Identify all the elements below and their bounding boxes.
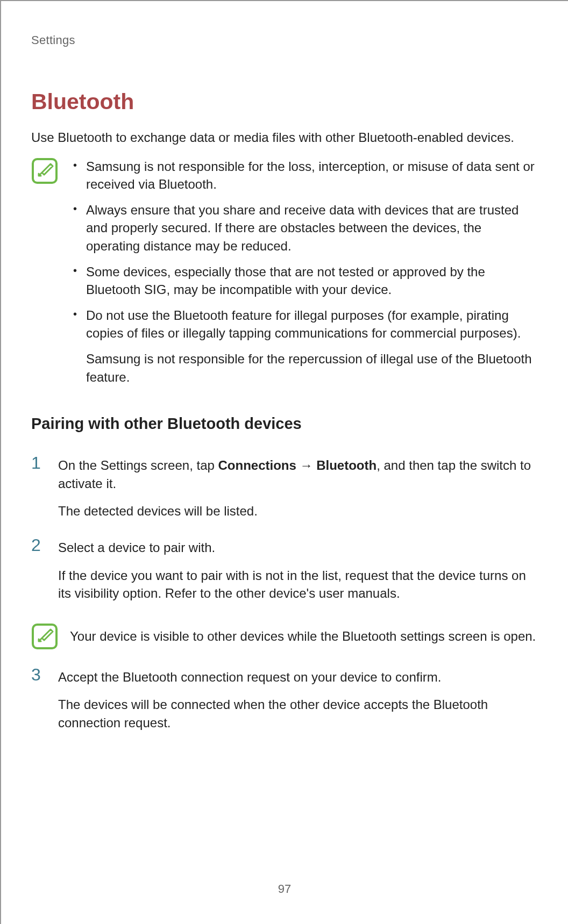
note-bullet: Some devices, especially those that are … — [70, 263, 538, 299]
note-bullet: Always ensure that you share and receive… — [70, 201, 538, 255]
step-text: Accept the Bluetooth connection request … — [58, 668, 538, 686]
inline-note-text: Your device is visible to other devices … — [70, 626, 538, 646]
step-secondary: The detected devices will be listed. — [58, 502, 538, 520]
note-icon — [31, 157, 58, 184]
step-1: 1 On the Settings screen, tap Connection… — [31, 454, 538, 530]
inline-note: Your device is visible to other devices … — [31, 622, 538, 650]
step-3: 3 Accept the Bluetooth connection reques… — [31, 666, 538, 742]
step-secondary: The devices will be connected when the o… — [58, 696, 538, 732]
step-2: 2 Select a device to pair with. If the d… — [31, 536, 538, 612]
step-text: Select a device to pair with. — [58, 539, 538, 557]
note-bullet-list: Samsung is not responsible for the loss,… — [70, 157, 538, 386]
note-block: Samsung is not responsible for the loss,… — [31, 156, 538, 394]
step-number: 2 — [31, 536, 48, 554]
section-title: Bluetooth — [31, 89, 538, 114]
step-number: 1 — [31, 454, 48, 471]
step-secondary: If the device you want to pair with is n… — [58, 567, 538, 603]
note-continuation: Samsung is not responsible for the reper… — [70, 350, 538, 386]
step-text: On the Settings screen, tap Connections … — [58, 456, 538, 492]
step-number: 3 — [31, 666, 48, 683]
breadcrumb: Settings — [31, 33, 538, 47]
note-bullet: Do not use the Bluetooth feature for ill… — [70, 306, 538, 342]
note-bullet: Samsung is not responsible for the loss,… — [70, 157, 538, 194]
page-number: 97 — [1, 882, 568, 896]
note-icon — [31, 623, 58, 650]
intro-text: Use Bluetooth to exchange data or media … — [31, 128, 538, 147]
sub-heading: Pairing with other Bluetooth devices — [31, 415, 538, 433]
